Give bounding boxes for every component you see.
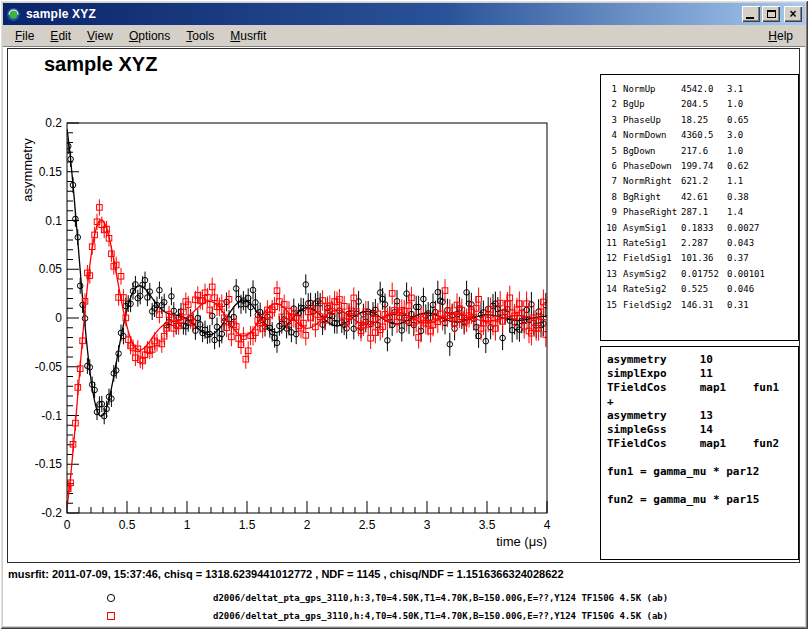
- menu-item-help[interactable]: Help: [760, 26, 801, 46]
- menu-item-view[interactable]: View: [79, 26, 121, 46]
- param-row: 1NormUp4542.03.1: [605, 82, 798, 97]
- param-row: 11RateSig12.2870.043: [605, 236, 798, 251]
- param-row: 10AsymSig10.18330.0027: [605, 221, 798, 236]
- param-name: BgDown: [623, 144, 681, 159]
- param-name: NormRight: [623, 174, 681, 189]
- svg-text:3.5: 3.5: [479, 518, 496, 532]
- menu-item-options[interactable]: Options: [121, 26, 178, 46]
- param-name: PhaseDown: [623, 159, 681, 174]
- legend-label: d2006/deltat_pta_gps_3110,h:4,T0=4.50K,T…: [213, 611, 668, 621]
- app-window: sample XYZ × FileEditViewOptionsToolsMus…: [0, 0, 808, 629]
- param-error: 0.37: [727, 251, 798, 266]
- param-number: 7: [605, 174, 617, 189]
- param-name: NormDown: [623, 128, 681, 143]
- param-number: 9: [605, 205, 617, 220]
- svg-text:-0.1: -0.1: [41, 409, 62, 423]
- param-error: 1.4: [727, 205, 798, 220]
- client-area: sample XYZ 00.511.522.533.54-0.2-0.15-0.…: [3, 47, 805, 626]
- param-error: 1.0: [727, 97, 798, 112]
- param-value: 0.01752: [681, 267, 727, 282]
- param-number: 3: [605, 113, 617, 128]
- svg-text:1: 1: [184, 518, 191, 532]
- param-name: RateSig2: [623, 282, 681, 297]
- param-value: 18.25: [681, 113, 727, 128]
- svg-text:0.05: 0.05: [39, 262, 63, 276]
- legend-label: d2006/deltat_pta_gps_3110,h:3,T0=4.50K,T…: [213, 593, 668, 603]
- param-row: 5BgDown217.61.0: [605, 144, 798, 159]
- legend-row: d2006/deltat_pta_gps_3110,h:4,T0=4.50K,T…: [105, 607, 668, 625]
- param-value: 4542.0: [681, 82, 727, 97]
- param-row: 2BgUp204.51.0: [605, 97, 798, 112]
- theory-panel: asymmetry 10 simplExpo 11 TFieldCos map1…: [600, 346, 799, 560]
- theory-text: asymmetry 10 simplExpo 11 TFieldCos map1…: [607, 353, 798, 507]
- param-error: 3.0: [727, 128, 798, 143]
- param-name: PhaseRight: [623, 205, 681, 220]
- param-row: 6PhaseDown199.740.62: [605, 159, 798, 174]
- param-row: 15FieldSig2146.310.31: [605, 298, 798, 313]
- param-row: 9PhaseRight287.11.4: [605, 205, 798, 220]
- svg-text:3: 3: [424, 518, 431, 532]
- param-number: 2: [605, 97, 617, 112]
- param-number: 8: [605, 190, 617, 205]
- menu-item-tools[interactable]: Tools: [178, 26, 222, 46]
- menu-bar: FileEditViewOptionsToolsMusrfitHelp: [3, 25, 805, 47]
- param-number: 4: [605, 128, 617, 143]
- param-value: 199.74: [681, 159, 727, 174]
- param-error: 0.31: [727, 298, 798, 313]
- root-canvas: sample XYZ 00.511.522.533.54-0.2-0.15-0.…: [7, 48, 800, 563]
- maximize-icon: [767, 10, 776, 18]
- close-button[interactable]: ×: [784, 6, 802, 22]
- param-error: 0.65: [727, 113, 798, 128]
- param-value: 42.61: [681, 190, 727, 205]
- status-section: musrfit: 2011-07-09, 15:37:46, chisq = 1…: [3, 563, 805, 624]
- svg-text:0: 0: [55, 311, 62, 325]
- param-number: 1: [605, 82, 617, 97]
- param-number: 12: [605, 251, 617, 266]
- param-number: 10: [605, 221, 617, 236]
- param-value: 204.5: [681, 97, 727, 112]
- svg-text:-0.15: -0.15: [35, 457, 63, 471]
- param-name: NormUp: [623, 82, 681, 97]
- param-error: 0.00101: [727, 267, 798, 282]
- param-error: 3.1: [727, 82, 798, 97]
- param-number: 15: [605, 298, 617, 313]
- param-error: 0.62: [727, 159, 798, 174]
- svg-text:time (μs): time (μs): [496, 534, 547, 549]
- app-icon[interactable]: [6, 6, 22, 22]
- param-name: BgRight: [623, 190, 681, 205]
- svg-text:0.1: 0.1: [45, 214, 62, 228]
- param-row: 4NormDown4360.53.0: [605, 128, 798, 143]
- param-error: 1.0: [727, 144, 798, 159]
- param-value: 287.1: [681, 205, 727, 220]
- window-controls: ×: [742, 6, 802, 22]
- svg-text:asymmetry: asymmetry: [20, 138, 35, 202]
- param-row: 3PhaseUp18.250.65: [605, 113, 798, 128]
- param-error: 0.0027: [727, 221, 798, 236]
- param-error: 0.046: [727, 282, 798, 297]
- param-name: RateSig1: [623, 236, 681, 251]
- title-bar[interactable]: sample XYZ ×: [3, 3, 805, 25]
- svg-text:-0.2: -0.2: [41, 506, 62, 520]
- svg-text:0.15: 0.15: [39, 165, 63, 179]
- menu-item-edit[interactable]: Edit: [42, 26, 79, 46]
- svg-text:0.5: 0.5: [119, 518, 136, 532]
- param-value: 217.6: [681, 144, 727, 159]
- maximize-button[interactable]: [762, 6, 780, 22]
- fit-status-text: musrfit: 2011-07-09, 15:37:46, chisq = 1…: [8, 568, 564, 580]
- svg-text:0.2: 0.2: [45, 116, 62, 130]
- param-name: AsymSig1: [623, 221, 681, 236]
- param-row: 7NormRight621.21.1: [605, 174, 798, 189]
- param-value: 621.2: [681, 174, 727, 189]
- param-name: BgUp: [623, 97, 681, 112]
- musr-plot[interactable]: 00.511.522.533.54-0.2-0.15-0.1-0.0500.05…: [12, 108, 597, 553]
- param-name: FieldSig1: [623, 251, 681, 266]
- menu-item-musrfit[interactable]: Musrfit: [222, 26, 274, 46]
- param-name: FieldSig2: [623, 298, 681, 313]
- param-row: 12FieldSig1101.360.37: [605, 251, 798, 266]
- param-name: PhaseUp: [623, 113, 681, 128]
- svg-text:2: 2: [304, 518, 311, 532]
- param-number: 11: [605, 236, 617, 251]
- svg-text:0: 0: [64, 518, 71, 532]
- minimize-button[interactable]: [742, 6, 760, 22]
- menu-item-file[interactable]: File: [7, 26, 42, 46]
